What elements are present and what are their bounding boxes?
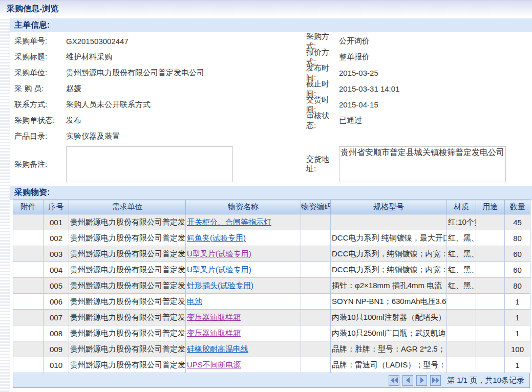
- demand-unit-cell: 贵州黔源电力股份有限公司普定发: [69, 357, 186, 373]
- material-name-cell: UPS不间断电源: [186, 357, 301, 373]
- field-value: 实验仪器及装置: [66, 132, 120, 141]
- material-name-link[interactable]: UPS不间断电源: [187, 360, 241, 369]
- demand-unit-cell: 贵州黔源电力股份有限公司普定发: [69, 294, 186, 310]
- quantity-cell: 45: [505, 214, 530, 230]
- page-header: 采购信息-浏览: [0, 0, 532, 17]
- material-name-link[interactable]: 电池: [187, 297, 202, 306]
- usage-cell: [476, 294, 505, 310]
- material-name-link[interactable]: 开关柜分、合闸等指示灯: [187, 217, 271, 226]
- attachment-cell: [13, 310, 44, 325]
- quantity-cell: 80: [505, 278, 530, 294]
- attachment-cell: [13, 278, 44, 294]
- material-name-link[interactable]: 变压器油取样箱: [187, 329, 241, 337]
- spec-model-cell: 品牌：雷迪司（LADIS）；型号：: [331, 357, 447, 373]
- column-header-attachment: 附件: [13, 200, 44, 214]
- field-value: 发布: [66, 116, 81, 125]
- column-header-seq-no: 序号: [44, 200, 69, 214]
- next-page-button[interactable]: [416, 375, 427, 386]
- info-column-right: 采购方式: 公开询价 报价方式: 整单报价 发布时间: 2015-03-25 截…: [292, 33, 532, 184]
- spec-model-cell: DCC电力系列 纯铜镀镍，最大开口: [331, 230, 447, 246]
- seq-no-cell: 007: [44, 310, 69, 325]
- material-name-link[interactable]: 鳄鱼夹(试验专用): [187, 233, 246, 242]
- first-page-button[interactable]: [389, 375, 399, 386]
- last-page-button[interactable]: [430, 375, 441, 386]
- table-row: 007贵州黔源电力股份有限公司普定发变压器油取样箱内装10只100ml注射器（配…: [13, 310, 530, 325]
- attachment-cell: [13, 262, 44, 278]
- table-row: 010贵州黔源电力股份有限公司普定发UPS不间断电源品牌：雷迪司（LADIS）；…: [13, 357, 530, 373]
- material-quality-cell: 红:10个黄: [447, 214, 476, 230]
- field-order-number: 采购单号: GX201503002447: [10, 33, 292, 49]
- material-code-cell: [301, 341, 331, 357]
- demand-unit-cell: 贵州黔源电力股份有限公司普定发: [69, 341, 186, 357]
- column-header-material-quality: 材质: [447, 200, 476, 214]
- seq-no-cell: 008: [44, 325, 69, 341]
- table-row: 004贵州黔源电力股份有限公司普定发U型叉片(试验专用)DCC电力系列；纯铜镀镍…: [13, 262, 530, 278]
- material-name-link[interactable]: 硅橡胶耐高温电线: [187, 344, 248, 353]
- material-quality-cell: [447, 294, 476, 310]
- material-name-link[interactable]: 变压器油取样箱: [187, 313, 241, 321]
- field-value: 赵媛: [66, 84, 81, 94]
- material-code-cell: [301, 262, 331, 278]
- field-value: 整单报价: [339, 52, 370, 62]
- material-name-cell: U型叉片(试验专用): [186, 262, 301, 278]
- demand-unit-cell: 贵州黔源电力股份有限公司普定发: [69, 246, 186, 262]
- material-name-cell: 变压器油取样箱: [186, 325, 301, 341]
- pagination-text: 第 1/1 页，共10条记录: [447, 376, 524, 385]
- seq-no-cell: 003: [44, 246, 69, 262]
- table-row: 008贵州黔源电力股份有限公司普定发变压器油取样箱内装10只250ml广口瓶；武…: [13, 325, 530, 341]
- field-value: 公开询价: [339, 36, 370, 46]
- field-delivery-address: 交货地址: 贵州省安顺市普定县城关镇梭筛普定发电公司: [292, 144, 532, 184]
- material-code-cell: [301, 357, 331, 373]
- material-quality-cell: 红、黑、: [447, 246, 476, 262]
- field-purchasing-unit: 采购单位: 贵州黔源电力股份有限公司普定发电公司: [10, 65, 292, 81]
- field-value: 维护材料采购: [66, 52, 112, 62]
- field-publish-time: 发布时间: 2015-03-25: [292, 65, 532, 81]
- quantity-cell: 60: [505, 246, 530, 262]
- prev-page-button[interactable]: [402, 375, 413, 386]
- field-value: 2015-03-25: [339, 69, 378, 77]
- table-row: 003贵州黔源电力股份有限公司普定发U型叉片(试验专用)DCC电力系列，纯铜镀镍…: [13, 246, 530, 262]
- table-row: 001贵州黔源电力股份有限公司普定发开关柜分、合闸等指示灯红:10个黄45: [13, 214, 530, 230]
- attachment-cell: [13, 325, 44, 341]
- page-title: 采购信息-浏览: [0, 1, 532, 17]
- material-name-cell: 鳄鱼夹(试验专用): [186, 230, 301, 246]
- remark-textarea[interactable]: [66, 146, 233, 182]
- delivery-address-textarea[interactable]: 贵州省安顺市普定县城关镇梭筛普定发电公司: [339, 146, 506, 182]
- quantity-cell: 1: [505, 310, 530, 325]
- table-header-row: 附件 序号 需求单位 物资名称 物资编码 规格型号 材质 用途 数量: [13, 200, 530, 214]
- material-name-link[interactable]: U型叉片(试验专用): [187, 265, 251, 274]
- table-row: 006贵州黔源电力股份有限公司普定发电池SOYN NP-BN1；630mAh电压…: [13, 294, 530, 310]
- material-quality-cell: [447, 357, 476, 373]
- quantity-cell: 100: [505, 341, 530, 357]
- column-header-material-name: 物资名称: [186, 200, 301, 214]
- field-label: 采购单号:: [10, 36, 66, 46]
- quantity-cell: 1: [505, 357, 530, 373]
- usage-cell: [476, 325, 505, 341]
- material-code-cell: [301, 294, 331, 310]
- column-header-quantity: 数量: [505, 200, 530, 214]
- seq-no-cell: 001: [44, 214, 69, 230]
- usage-cell: [476, 214, 505, 230]
- column-header-spec-model: 规格型号: [331, 200, 447, 214]
- field-label: 产品目录:: [10, 132, 66, 141]
- field-value: 2015-03-31 14:01: [339, 84, 399, 93]
- spec-model-cell: 内装10只100ml注射器（配堵头）: [331, 310, 447, 325]
- demand-unit-cell: 贵州黔源电力股份有限公司普定发: [69, 262, 186, 278]
- material-name-link[interactable]: 针形插头(试验专用): [187, 281, 253, 290]
- quantity-cell: 80: [505, 230, 530, 246]
- spacer: [292, 128, 532, 144]
- section-main-info: 主单信息:: [10, 18, 532, 32]
- demand-unit-cell: 贵州黔源电力股份有限公司普定发: [69, 310, 186, 325]
- demand-unit-cell: 贵州黔源电力股份有限公司普定发: [69, 325, 186, 341]
- material-name-cell: 电池: [186, 294, 301, 310]
- field-quote-method: 报价方式: 整单报价: [292, 49, 532, 65]
- spec-model-cell: 内装10只250ml广口瓶；武汉凯迪: [331, 325, 447, 341]
- material-name-link[interactable]: U型叉片(试验专用): [187, 249, 251, 258]
- quantity-cell: 1: [505, 325, 530, 341]
- attachment-cell: [13, 341, 44, 357]
- spec-model-cell: 插针：φ2×18mm 插孔4mm 电流: [331, 278, 447, 294]
- field-label: 采购单状态:: [10, 116, 66, 125]
- field-title: 采购标题: 维护材料采购: [10, 49, 292, 65]
- material-code-cell: [301, 310, 331, 325]
- left-stripe-rail: [0, 17, 10, 392]
